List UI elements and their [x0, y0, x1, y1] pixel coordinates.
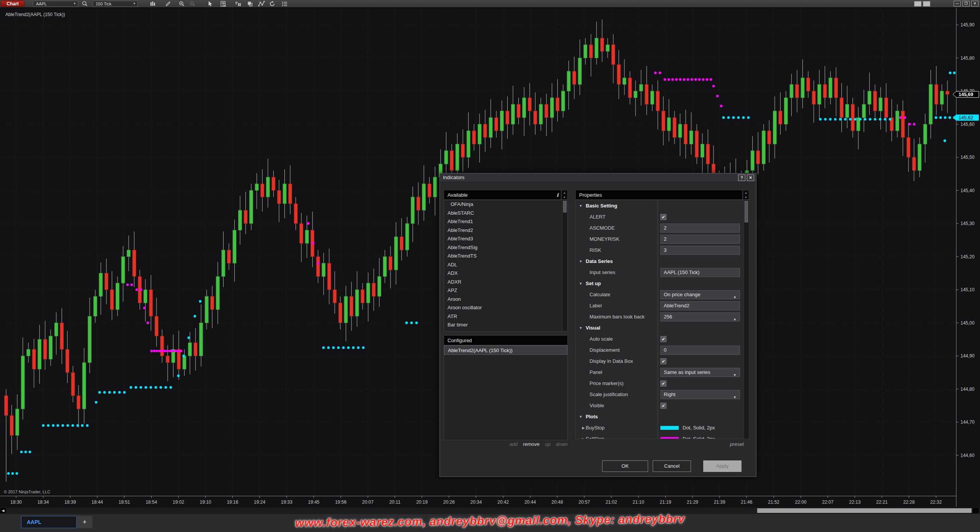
configured-indicator-item[interactable]: AbleTrend2(AAPL (150 Tick)): [444, 346, 567, 355]
plot-color-swatch[interactable]: [660, 426, 679, 430]
plot-style-value[interactable]: Dot, Solid, 2px: [683, 436, 715, 439]
zoom-in-icon[interactable]: [178, 0, 186, 7]
checkbox[interactable]: ✔: [660, 336, 666, 342]
property-row: Calculate On price change ▼: [576, 289, 749, 300]
preset-link[interactable]: preset: [575, 441, 744, 447]
expand-triangle-icon[interactable]: ▶: [576, 426, 586, 430]
interval-select[interactable]: 150 Tick ▼: [93, 1, 138, 7]
restore-button[interactable]: ❐: [962, 1, 970, 7]
available-indicator-item[interactable]: ATR: [444, 312, 567, 321]
down-link[interactable]: down: [556, 441, 568, 447]
available-indicator-item[interactable]: AbleSTARC: [444, 209, 567, 218]
window-square-button[interactable]: [914, 1, 921, 7]
dropdown-field[interactable]: Right ▼: [660, 390, 740, 399]
tab-aapl[interactable]: AAPL: [21, 516, 77, 528]
section-label: Basic Setting: [586, 203, 617, 209]
collapse-triangle-icon[interactable]: ▼: [576, 259, 586, 263]
available-indicator-item[interactable]: AbleTrend1: [444, 217, 567, 226]
dropdown-field[interactable]: 256 ▼: [660, 312, 740, 321]
close-button[interactable]: ✕: [971, 1, 978, 7]
arrow-up-icon[interactable]: ▲: [745, 191, 747, 194]
collapse-triangle-icon[interactable]: ▼: [576, 204, 586, 208]
properties-list-icon[interactable]: [280, 0, 289, 7]
svg-text:20:42: 20:42: [497, 499, 509, 505]
properties-spinner[interactable]: ▲ ▼: [743, 190, 749, 200]
svg-text:19:45: 19:45: [308, 499, 319, 505]
plot-style-value[interactable]: Dot, Solid, 2px: [683, 425, 715, 431]
help-icon[interactable]: ?: [738, 175, 745, 181]
available-indicator-item[interactable]: AbleTrendSig: [444, 243, 567, 252]
price-bars-icon[interactable]: [149, 0, 157, 7]
minimize-button[interactable]: —: [954, 1, 961, 7]
properties-panel: ▼ Basic SettingALERT ✔ASCMODE 2MONEYRISK…: [575, 200, 749, 439]
arrow-up-icon[interactable]: ▲: [563, 191, 566, 194]
checkbox[interactable]: ✔: [660, 358, 666, 364]
instrument-select[interactable]: AAPL ▼: [33, 1, 78, 7]
reload-icon[interactable]: [268, 0, 276, 7]
available-indicator-item[interactable]: OFA/Ninja: [444, 200, 567, 209]
text-field[interactable]: AAPL (150 Tick): [660, 268, 740, 277]
dropdown-field[interactable]: On price change ▼: [660, 290, 740, 299]
plot-color-swatch[interactable]: [660, 437, 679, 439]
properties-header: Properties: [575, 190, 743, 200]
dialog-titlebar[interactable]: Indicators ? ✕: [440, 173, 756, 182]
text-field[interactable]: 3: [660, 246, 740, 255]
polyline-icon[interactable]: [257, 0, 266, 7]
available-indicator-item[interactable]: Bar timer: [444, 321, 567, 330]
property-label: SellStop: [586, 436, 604, 439]
horizontal-scroll-strip[interactable]: ◀: [0, 508, 980, 514]
cursor-icon[interactable]: [206, 0, 214, 7]
available-indicator-item[interactable]: AbleTrendTS: [444, 252, 567, 261]
available-indicator-item[interactable]: AbleTrend2: [444, 226, 567, 235]
info-icon[interactable]: i: [557, 190, 559, 200]
available-indicator-item[interactable]: ADL: [444, 261, 567, 269]
text-field[interactable]: 0: [660, 346, 740, 355]
layers-icon[interactable]: [246, 0, 254, 7]
property-label: Displacement: [576, 347, 620, 353]
expand-triangle-icon[interactable]: ▶: [576, 437, 586, 439]
checkbox[interactable]: ✔: [660, 214, 666, 220]
collapse-triangle-icon[interactable]: ▼: [576, 415, 586, 419]
available-indicator-item[interactable]: AbleTrend3: [444, 235, 567, 243]
available-scrollbar[interactable]: [562, 200, 567, 331]
checkbox[interactable]: ✔: [660, 403, 666, 409]
available-indicator-item[interactable]: Aroon: [444, 295, 567, 304]
chart-panel-icon[interactable]: [234, 0, 242, 7]
remove-link[interactable]: remove: [523, 441, 539, 447]
chart-menu-button[interactable]: Chart: [1, 0, 24, 7]
available-indicator-item[interactable]: Aroon oscillator: [444, 304, 567, 312]
search-icon[interactable]: [80, 0, 89, 7]
time-axis[interactable]: 18:3018:3418:3918:4418:5118:5419:0219:10…: [0, 496, 956, 505]
available-indicator-item[interactable]: ADXR: [444, 278, 567, 287]
cancel-button[interactable]: Cancel: [653, 460, 691, 472]
drawing-tools-icon[interactable]: [164, 0, 172, 7]
arrow-down-icon[interactable]: ▼: [745, 196, 747, 199]
scrollbar-thumb[interactable]: [757, 508, 972, 513]
up-link[interactable]: up: [545, 441, 550, 447]
svg-text:144,90: 144,90: [960, 353, 975, 359]
window-square-button[interactable]: [923, 1, 930, 7]
zoom-out-icon[interactable]: [188, 0, 197, 7]
available-spinner[interactable]: ▲ ▼: [561, 190, 568, 200]
collapse-triangle-icon[interactable]: ▼: [576, 282, 586, 286]
text-field[interactable]: AbleTrend2: [660, 301, 740, 310]
close-icon[interactable]: ✕: [747, 175, 754, 181]
price-axis[interactable]: 145,90145,80145,70145,60145,50145,40145,…: [953, 8, 979, 507]
text-field[interactable]: 2: [660, 235, 740, 244]
available-indicator-item[interactable]: APZ: [444, 286, 567, 295]
scroll-left-icon[interactable]: ◀: [0, 508, 6, 513]
property-row: ▶ SellStop Dot, Solid, 2px: [576, 433, 749, 439]
report-icon[interactable]: [219, 0, 227, 7]
add-link[interactable]: add: [509, 441, 518, 447]
text-field[interactable]: 2: [660, 224, 740, 233]
property-label: Panel: [576, 369, 602, 375]
dropdown-field[interactable]: Same as input series ▼: [660, 368, 740, 377]
add-tab-button[interactable]: +: [77, 516, 92, 528]
checkbox[interactable]: ✔: [660, 380, 666, 387]
collapse-triangle-icon[interactable]: ▼: [576, 326, 586, 330]
ok-button[interactable]: OK: [602, 460, 648, 472]
arrow-down-icon[interactable]: ▼: [563, 196, 566, 199]
available-indicator-item[interactable]: ADX: [444, 269, 567, 278]
svg-text:145,40: 145,40: [960, 188, 975, 193]
apply-button[interactable]: Apply: [703, 460, 742, 472]
